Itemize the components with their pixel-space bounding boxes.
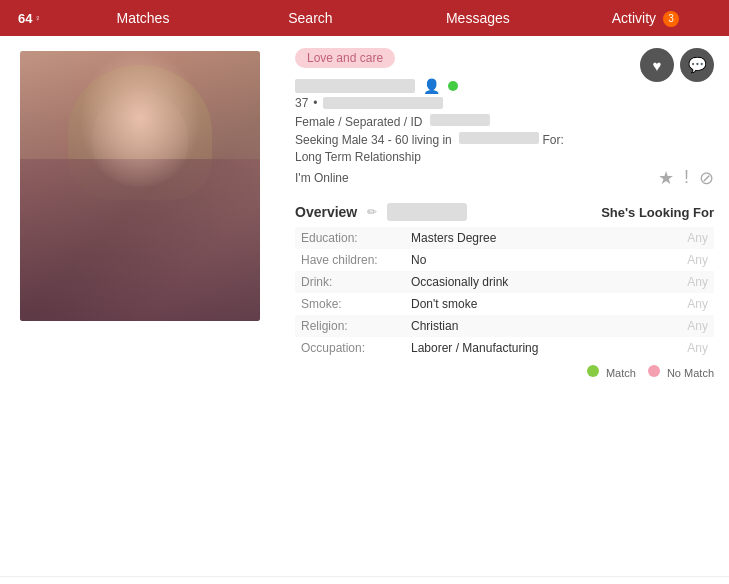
overview-row: Occupation: Laborer / Manufacturing Any	[295, 337, 714, 359]
overview-value: Laborer / Manufacturing	[405, 337, 655, 359]
user-gender-icon: 👤	[423, 78, 440, 94]
overview-header: Overview ✏ She's Looking For	[295, 203, 714, 221]
she-looking-header: She's Looking For	[601, 205, 714, 220]
relationship-type: Long Term Relationship	[295, 150, 714, 164]
nav-search[interactable]: Search	[227, 0, 394, 36]
overview-looking: Any	[655, 293, 714, 315]
profile-photo[interactable]	[20, 51, 260, 321]
overview-row: Religion: Christian Any	[295, 315, 714, 337]
overview-row: Education: Masters Degree Any	[295, 227, 714, 249]
nav-activity-label: Activity	[612, 10, 656, 26]
user-age: 37	[295, 96, 308, 110]
overview-label: Religion:	[295, 315, 405, 337]
user-seeking: Seeking Male 34 - 60 living in For:	[295, 132, 714, 147]
overview-row: Have children: No Any	[295, 249, 714, 271]
no-match-dot	[648, 365, 660, 377]
main-container: Love and care ♥ 💬 👤 37 • Female / Separa…	[0, 36, 729, 576]
overview-looking: Any	[655, 227, 714, 249]
action-icons: ♥ 💬	[640, 48, 714, 82]
user-city-blurred	[459, 132, 539, 144]
block-button[interactable]: ⊘	[699, 167, 714, 189]
overview-label: Have children:	[295, 249, 405, 271]
overview-value: Masters Degree	[405, 227, 655, 249]
overview-looking: Any	[655, 271, 714, 293]
nav-count[interactable]: 64♀	[0, 11, 59, 26]
user-seeking-text: Seeking Male 34 - 60 living in	[295, 133, 452, 147]
overview-value: Don't smoke	[405, 293, 655, 315]
overview-title: Overview	[295, 204, 357, 220]
activity-badge: 3	[663, 11, 679, 27]
navigation: 64♀ Matches Search Messages Activity 3	[0, 0, 729, 36]
overview-label: Smoke:	[295, 293, 405, 315]
user-details: Female / Separated / ID	[295, 114, 714, 129]
match-legend: Match No Match	[295, 365, 714, 379]
nav-activity[interactable]: Activity 3	[562, 0, 729, 36]
no-match-label: No Match	[667, 367, 714, 379]
user-location-blurred	[323, 97, 443, 109]
overview-looking: Any	[655, 315, 714, 337]
online-indicator	[448, 81, 458, 91]
overview-value: No	[405, 249, 655, 271]
overview-value: Occasionally drink	[405, 271, 655, 293]
edit-icon[interactable]: ✏	[367, 205, 377, 219]
overview-label: Drink:	[295, 271, 405, 293]
overview-looking: Any	[655, 249, 714, 271]
nav-count-number: 64	[18, 11, 32, 26]
no-match-indicator: No Match	[648, 365, 714, 379]
nav-matches[interactable]: Matches	[59, 0, 226, 36]
nav-count-sup: ♀	[34, 13, 41, 23]
dot-sep: •	[313, 96, 317, 110]
advertisement-section: Advertisement HOT ✕ CritterNation.com	[0, 576, 729, 584]
overview-value: Christian	[405, 315, 655, 337]
overview-row: Smoke: Don't smoke Any	[295, 293, 714, 315]
chat-button[interactable]: 💬	[680, 48, 714, 82]
overview-looking: Any	[655, 337, 714, 359]
heart-button[interactable]: ♥	[640, 48, 674, 82]
user-meta: 37 •	[295, 96, 714, 110]
photo-panel	[0, 36, 280, 576]
relationship-label: Long Term Relationship	[295, 150, 421, 164]
overview-table: Education: Masters Degree Any Have child…	[295, 227, 714, 359]
user-details-text: Female / Separated / ID	[295, 115, 422, 129]
overview-label: Occupation:	[295, 337, 405, 359]
seeking-for-label: For:	[542, 133, 563, 147]
overview-label: Education:	[295, 227, 405, 249]
user-online-status: I'm Online	[295, 171, 349, 185]
info-panel: Love and care ♥ 💬 👤 37 • Female / Separa…	[280, 36, 729, 576]
quick-actions: ★ ! ⊘	[658, 167, 714, 189]
love-care-tag: Love and care	[295, 48, 395, 68]
match-dot	[587, 365, 599, 377]
star-button[interactable]: ★	[658, 167, 674, 189]
username-blurred	[295, 79, 415, 93]
overview-badge-blurred	[387, 203, 467, 221]
alert-button[interactable]: !	[684, 167, 689, 189]
nav-messages[interactable]: Messages	[394, 0, 561, 36]
user-id-blurred	[430, 114, 490, 126]
overview-row: Drink: Occasionally drink Any	[295, 271, 714, 293]
match-label: Match	[606, 367, 636, 379]
match-indicator: Match	[587, 365, 636, 379]
